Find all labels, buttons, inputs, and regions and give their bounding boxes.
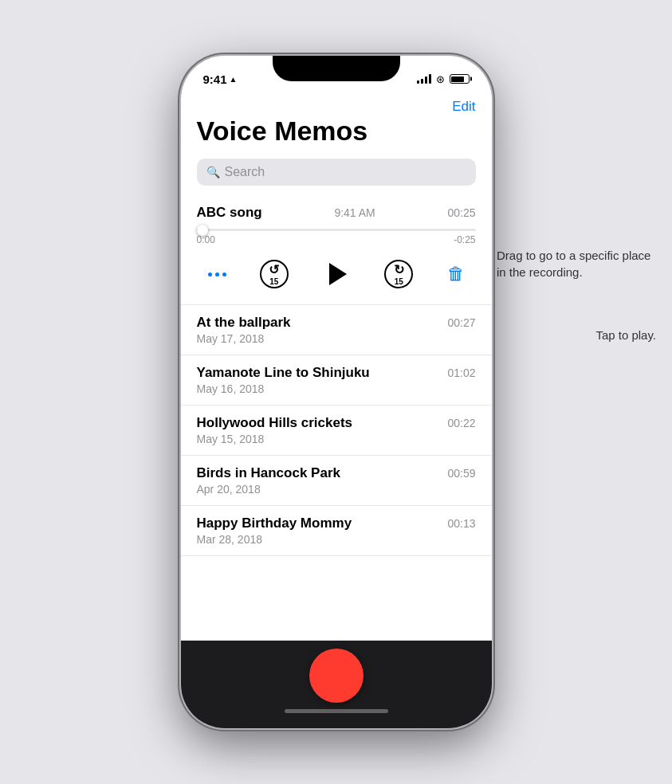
- notch: [273, 56, 400, 81]
- expanded-recording-time: 9:41 AM: [334, 206, 375, 219]
- skip-back-icon: ↺ 15: [260, 260, 289, 288]
- list-item[interactable]: Yamanote Line to Shinjuku 01:02 May 16, …: [181, 355, 492, 406]
- play-button[interactable]: [319, 257, 354, 292]
- callout-drag: Drag to go to a specific place in the re…: [497, 247, 656, 280]
- skip-back-button[interactable]: ↺ 15: [257, 257, 292, 292]
- phone-frame: 9:41 ▲ ⊛ Edit Voice Memos: [181, 56, 492, 728]
- play-icon: [329, 263, 347, 285]
- page-title: Voice Memos: [197, 116, 476, 146]
- list-item[interactable]: Happy Birthday Mommy 00:13 Mar 28, 2018: [181, 506, 492, 556]
- status-time: 9:41 ▲: [203, 73, 238, 86]
- more-button[interactable]: [205, 269, 230, 280]
- status-icons: ⊛: [417, 73, 470, 85]
- delete-button[interactable]: 🗑: [444, 261, 468, 288]
- record-bar: [181, 641, 492, 728]
- progress-times: 0:00 -0:25: [197, 234, 476, 245]
- list-item[interactable]: Birds in Hancock Park 00:59 Apr 20, 2018: [181, 456, 492, 506]
- trash-icon: 🗑: [447, 264, 465, 284]
- main-content: Edit Voice Memos 🔍 Search ABC song 9:41 …: [181, 96, 492, 728]
- scene: Drag to go to a specific place in the re…: [0, 0, 672, 784]
- wifi-icon: ⊛: [436, 73, 445, 85]
- skip-forward-icon: ↻ 15: [384, 260, 413, 288]
- progress-track[interactable]: [197, 229, 476, 231]
- callout-play: Tap to play.: [595, 327, 656, 343]
- list-item[interactable]: At the ballpark 00:27 May 17, 2018: [181, 305, 492, 355]
- search-bar[interactable]: 🔍 Search: [197, 159, 476, 186]
- progress-remaining: -0:25: [454, 234, 475, 245]
- progress-thumb[interactable]: [197, 225, 208, 236]
- skip-forward-button[interactable]: ↻ 15: [381, 257, 416, 292]
- expanded-recording: ABC song 9:41 AM 00:25 0:00 -0:25: [181, 195, 492, 305]
- more-dots-icon: [208, 272, 226, 276]
- expanded-recording-duration: 00:25: [447, 206, 475, 219]
- search-input[interactable]: Search: [225, 165, 265, 179]
- header: Edit Voice Memos: [181, 96, 492, 152]
- home-indicator: [285, 709, 388, 713]
- list-item[interactable]: Hollywood Hills crickets 00:22 May 15, 2…: [181, 406, 492, 456]
- search-icon: 🔍: [206, 166, 220, 178]
- playback-controls: ↺ 15 ↻ 15: [197, 249, 476, 295]
- progress-container[interactable]: 0:00 -0:25: [197, 229, 476, 245]
- battery-icon: [450, 74, 470, 84]
- location-icon: ▲: [230, 75, 238, 84]
- edit-button[interactable]: Edit: [452, 99, 475, 115]
- signal-bars: [417, 74, 431, 84]
- progress-current: 0:00: [197, 234, 215, 245]
- record-button[interactable]: [309, 649, 364, 703]
- recordings-list: ABC song 9:41 AM 00:25 0:00 -0:25: [181, 195, 492, 641]
- expanded-recording-name: ABC song: [197, 205, 262, 221]
